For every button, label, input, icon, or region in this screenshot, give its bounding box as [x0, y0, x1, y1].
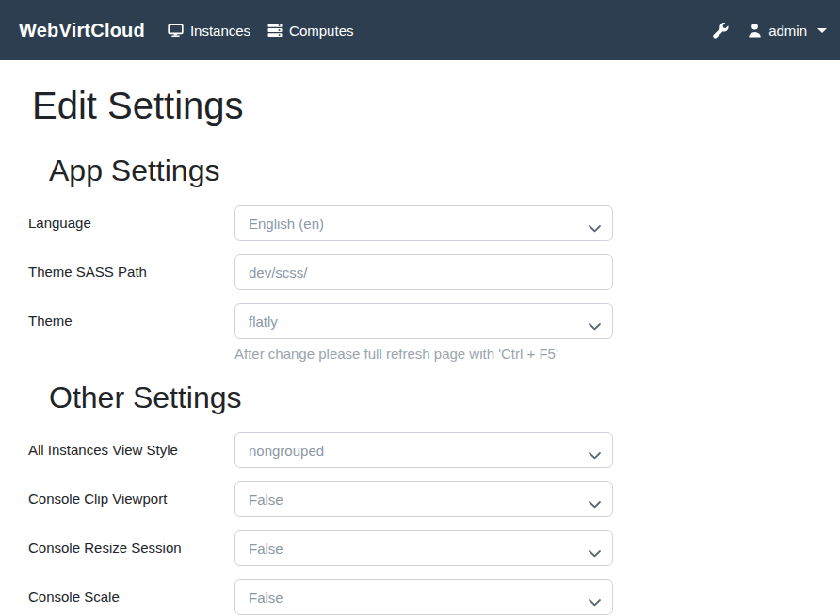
console-resize-session-select[interactable]: False — [234, 530, 613, 566]
user-name: admin — [768, 23, 807, 39]
language-select[interactable]: English (en) — [234, 205, 613, 241]
section-title-app-settings: App Settings — [49, 153, 812, 188]
server-icon — [267, 23, 283, 38]
wrench-icon — [713, 23, 729, 39]
nav-item-computes[interactable]: Computes — [267, 23, 353, 39]
page-title: Edit Settings — [32, 83, 812, 128]
field-control — [234, 254, 613, 290]
field-control: False — [234, 530, 613, 566]
main-content: Edit Settings App Settings Language Engl… — [0, 60, 840, 615]
field-label: Theme — [28, 303, 234, 339]
desktop-icon — [168, 23, 184, 38]
caret-down-icon — [817, 28, 827, 33]
field-control: English (en) — [234, 205, 613, 241]
field-label: Console Resize Session — [28, 530, 234, 566]
form-row-console-scale: Console Scale False — [28, 579, 812, 615]
field-label: Language — [28, 205, 234, 241]
form-row-console-resize-session: Console Resize Session False — [28, 530, 812, 566]
field-control: flatly After change please full refresh … — [234, 303, 613, 364]
form-row-console-clip-viewport: Console Clip Viewport False — [28, 481, 812, 517]
user-menu[interactable]: admin — [748, 23, 827, 39]
form-row-theme-sass-path: Theme SASS Path — [28, 254, 812, 290]
form-row-language: Language English (en) — [28, 205, 812, 241]
theme-help-text: After change please full refresh page wi… — [234, 345, 613, 364]
user-icon — [748, 23, 762, 38]
nav-item-label: Computes — [289, 23, 353, 39]
form-row-all-instances-view-style: All Instances View Style nongrouped — [28, 432, 812, 468]
console-scale-select[interactable]: False — [234, 579, 613, 615]
field-control: nongrouped — [234, 432, 613, 468]
settings-wrench-button[interactable] — [713, 23, 729, 39]
nav-item-label: Instances — [190, 23, 250, 39]
nav-item-instances[interactable]: Instances — [168, 23, 250, 39]
section-title-other-settings: Other Settings — [49, 380, 812, 415]
theme-select[interactable]: flatly — [234, 303, 613, 339]
console-clip-viewport-select[interactable]: False — [234, 481, 613, 517]
field-label: All Instances View Style — [28, 432, 234, 468]
all-instances-view-style-select[interactable]: nongrouped — [234, 432, 613, 468]
form-row-theme: Theme flatly After change please full re… — [28, 303, 812, 364]
field-label: Console Clip Viewport — [28, 481, 234, 517]
field-control: False — [234, 579, 613, 615]
brand-link[interactable]: WebVirtCloud — [19, 20, 145, 41]
theme-sass-path-input[interactable] — [234, 254, 613, 290]
field-label: Theme SASS Path — [28, 254, 234, 290]
field-label: Console Scale — [28, 579, 234, 615]
navbar: WebVirtCloud Instances Computes — [0, 0, 840, 60]
field-control: False — [234, 481, 613, 517]
navbar-right: admin — [713, 23, 827, 39]
